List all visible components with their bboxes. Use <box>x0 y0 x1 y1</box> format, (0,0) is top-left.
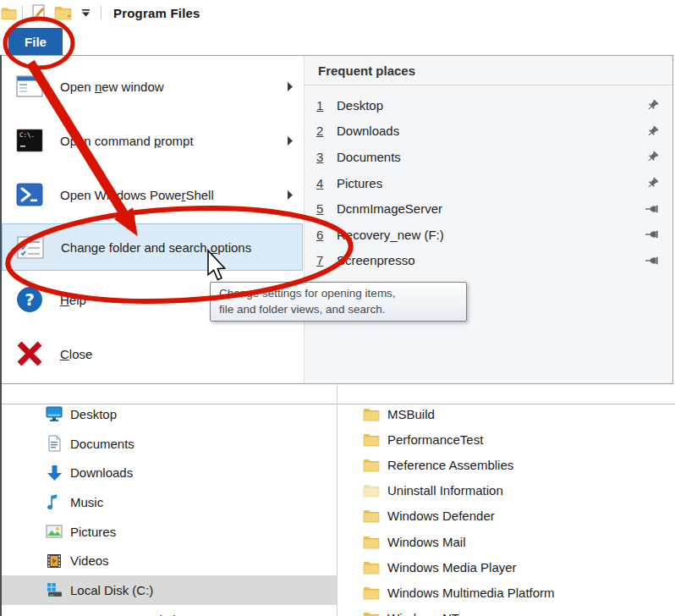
videos-icon <box>46 553 63 569</box>
nav-item-music[interactable]: Music <box>2 487 337 517</box>
menu-item-open-new-window[interactable]: Open new window <box>1 59 304 113</box>
ribbon-tab-row: File <box>0 25 675 55</box>
frequent-place-desktop[interactable]: 1 Desktop <box>305 92 672 118</box>
frequent-places-header: Frequent places <box>305 56 672 85</box>
unpinned-icon[interactable] <box>644 228 659 240</box>
menu-item-label: Open Windows PowerShell <box>47 188 283 202</box>
frequent-place-documents[interactable]: 3 Documents <box>305 144 672 170</box>
folder-icon <box>363 483 380 498</box>
pictures-icon <box>46 523 63 540</box>
new-folder-icon[interactable] <box>54 5 72 20</box>
folder-item-windows-defender[interactable]: Windows Defender <box>338 503 675 529</box>
submenu-arrow-icon <box>283 82 295 91</box>
tooltip-line2: file and folder views, and search. <box>219 301 458 317</box>
menu-item-label: Close <box>47 347 283 361</box>
menu-item-close[interactable]: Close <box>1 327 304 381</box>
folder-icon <box>363 586 380 600</box>
navigation-pane: Desktop Documents Downloads Music Pictur… <box>2 399 337 616</box>
downloads-icon <box>46 465 63 481</box>
folder-item-windows-media-player[interactable]: Windows Media Player <box>338 554 675 580</box>
menu-item-open-windows-powershell[interactable]: Open Windows PowerShell <box>1 168 304 222</box>
frequent-place-pictures[interactable]: 4 Pictures <box>305 170 672 196</box>
frequent-place-screenpresso[interactable]: 7 Screenpresso <box>305 248 672 274</box>
toolbar-separator <box>22 6 23 19</box>
folder-item-msbuild[interactable]: MSBuild <box>338 401 675 426</box>
drive-icon <box>46 611 63 616</box>
nav-item-downloads[interactable]: Downloads <box>2 458 337 487</box>
app-folder-icon <box>1 6 17 20</box>
menu-item-change-folder-and-search-options[interactable]: Change folder and search options <box>2 223 303 271</box>
nav-item-local-disk-c[interactable]: Local Disk (C:) <box>2 575 337 605</box>
nav-item-desktop[interactable]: Desktop <box>2 399 337 429</box>
nav-item-videos[interactable]: Videos <box>2 546 337 575</box>
folder-icon <box>363 560 380 575</box>
documents-icon <box>46 435 63 452</box>
customize-toolbar-chevron-icon[interactable] <box>81 8 91 17</box>
frequent-place-downloads[interactable]: 2 Downloads <box>305 118 672 145</box>
close-icon <box>13 340 47 367</box>
file-menu-panel: Open new window C:\. Open command prompt… <box>0 55 673 384</box>
folder-icon <box>363 535 380 549</box>
powershell-icon <box>13 183 47 206</box>
nav-item-documents[interactable]: Documents <box>2 429 337 459</box>
folder-options-icon <box>14 236 47 259</box>
folder-icon <box>363 458 380 472</box>
menu-item-open-command-prompt[interactable]: C:\. Open command prompt <box>1 113 304 168</box>
file-menu-button[interactable]: File <box>8 28 63 55</box>
nav-item-recovery-new-f[interactable]: Recovery_new (F:) <box>2 605 337 616</box>
folder-item-windows-multimedia-platform[interactable]: Windows Multimedia Platform <box>338 580 675 605</box>
window-left-border <box>0 55 2 616</box>
frequent-places-list: 1 Desktop 2 Downloads 3 Documents 4 Pict… <box>305 85 672 273</box>
folder-icon <box>363 407 380 421</box>
folder-icon <box>363 432 380 447</box>
properties-icon[interactable] <box>31 4 47 21</box>
pinned-icon[interactable] <box>644 99 659 111</box>
folder-item-reference-assemblies[interactable]: Reference Assemblies <box>338 452 675 477</box>
folder-icon <box>363 611 380 616</box>
menu-item-label: Open command prompt <box>47 134 283 148</box>
folder-item-performancetest[interactable]: PerformanceTest <box>338 426 675 452</box>
frequent-places-panel: Frequent places 1 Desktop 2 Downloads 3 … <box>304 56 672 383</box>
music-icon <box>46 493 63 510</box>
window-title: Program Files <box>113 6 200 20</box>
submenu-arrow-icon <box>283 190 295 200</box>
unpinned-icon[interactable] <box>644 255 659 267</box>
svg-text:C:\.: C:\. <box>19 131 35 139</box>
submenu-arrow-icon <box>283 136 295 146</box>
pinned-icon[interactable] <box>644 125 659 137</box>
local-disk-icon <box>46 581 63 598</box>
new-window-icon <box>13 74 47 98</box>
folder-item-windows-nt[interactable]: Windows NT <box>338 606 675 616</box>
folder-item-uninstall-information[interactable]: Uninstall Information <box>338 478 675 503</box>
nav-item-pictures[interactable]: Pictures <box>2 517 337 547</box>
frequent-place-dcnmimageserver[interactable]: 5 DcnmImageServer <box>305 195 672 222</box>
folder-content-pane: MSBuild PerformanceTest Reference Assemb… <box>338 401 675 616</box>
svg-text:?: ? <box>25 289 35 310</box>
tooltip-line1: Change settings for opening items, <box>219 285 458 301</box>
pinned-icon[interactable] <box>644 151 659 162</box>
file-menu-items: Open new window C:\. Open command prompt… <box>1 56 304 383</box>
unpinned-icon[interactable] <box>644 203 659 215</box>
explorer-window: { "window": { "title": "Program Files" }… <box>0 0 675 616</box>
title-bar: Program Files <box>0 0 675 25</box>
pinned-icon[interactable] <box>644 177 659 189</box>
command-prompt-icon: C:\. <box>13 129 47 152</box>
toolbar-separator <box>101 6 102 19</box>
desktop-icon <box>46 405 63 422</box>
help-icon: ? <box>13 286 47 313</box>
frequent-place-recovery-new-f[interactable]: 6 Recovery_new (F:) <box>305 222 672 248</box>
menu-item-label: Open new window <box>47 80 283 94</box>
menu-item-label: Change folder and search options <box>47 240 283 255</box>
folder-icon <box>363 509 380 523</box>
folder-item-windows-mail[interactable]: Windows Mail <box>338 529 675 554</box>
tooltip: Change settings for opening items, file … <box>210 282 467 322</box>
